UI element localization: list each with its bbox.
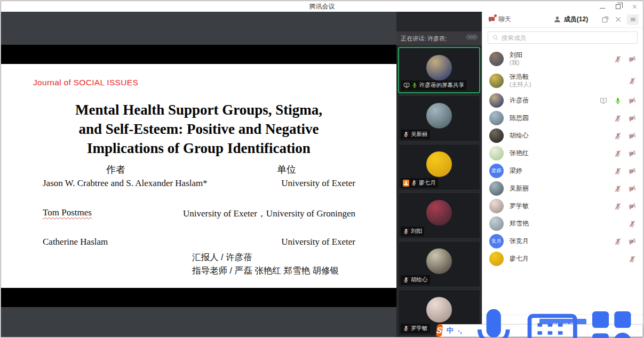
member-search-box: [488, 31, 638, 44]
ime-toolbox-icon[interactable]: [584, 303, 639, 338]
tile-participant-name: 刘阳: [411, 228, 422, 235]
author-row: Catherine HaslamUniversity of Exeter: [43, 237, 355, 248]
presenter-line: 汇报人 / 许彦蓓: [192, 251, 339, 264]
member-status-icons: [614, 203, 636, 210]
member-text: 刘阳(我): [510, 51, 522, 67]
ime-language-mode[interactable]: 中: [447, 326, 454, 335]
mic-muted-light-icon: [403, 131, 409, 138]
window-titlebar: 腾讯会议: [1, 1, 643, 12]
close-icon[interactable]: [631, 3, 638, 10]
person-icon: [553, 15, 561, 23]
mic-muted-icon: [629, 255, 636, 263]
member-avatar: [489, 252, 504, 266]
mic-muted-icon: [614, 185, 622, 192]
panel-menu-button[interactable]: [627, 14, 639, 25]
member-text: 张艳红: [510, 149, 529, 157]
close-panel-icon[interactable]: [614, 15, 622, 23]
minimize-icon[interactable]: [600, 5, 605, 9]
sogou-logo-icon[interactable]: S: [436, 324, 443, 337]
member-badge-icon: [403, 180, 409, 186]
participant-avatar: [426, 151, 452, 177]
member-avatar: [489, 93, 504, 108]
cam-off-icon: [629, 238, 636, 245]
search-input[interactable]: [502, 35, 633, 41]
slide-title: Mental Health Support Groups, Stigma, an…: [1, 100, 396, 158]
window-title: 腾讯会议: [309, 2, 335, 11]
member-name: 廖七月: [510, 255, 529, 263]
member-row[interactable]: 吴新丽: [489, 180, 636, 197]
member-text: 郑雪艳: [510, 220, 529, 228]
member-row[interactable]: 许彦蓓: [489, 92, 636, 109]
video-tile[interactable]: 吴新丽: [398, 95, 480, 142]
ime-punctuation-icon[interactable]: ·,: [458, 327, 462, 335]
member-row[interactable]: 刘阳(我): [489, 48, 636, 70]
member-name: 胡绘心: [510, 132, 529, 140]
participant-avatar: [426, 297, 452, 323]
member-status-icons: [614, 238, 636, 245]
member-row[interactable]: 张浩毅(主持人): [489, 70, 636, 92]
member-text: 胡绘心: [510, 132, 529, 140]
author-name: Jason W. Crabtree and S. Alexander Hasla…: [43, 178, 208, 190]
author-affiliation: University of Exeter: [281, 178, 355, 190]
member-status-icons: [629, 220, 636, 228]
cam-off-icon: [629, 150, 636, 157]
member-name: 陈思园: [510, 114, 529, 122]
member-avatar: [489, 199, 504, 213]
tile-name-label: 罗学敏: [401, 324, 430, 333]
restore-icon[interactable]: [616, 4, 621, 9]
member-row[interactable]: 梁婷梁婷: [489, 162, 636, 180]
member-avatar: [489, 181, 504, 196]
member-text: 张浩毅(主持人): [510, 73, 531, 88]
slide-title-line: and Self-Esteem: Positive and Negative: [1, 119, 396, 139]
tab-members[interactable]: 成员(12): [540, 12, 601, 27]
mic-muted-light-icon: [403, 228, 409, 235]
member-row[interactable]: 郑雪艳: [489, 215, 636, 232]
tile-name-label: 胡绘心: [401, 275, 430, 285]
presentation-slide: Journal of SOCIAL ISSUES Mental Health S…: [1, 64, 396, 288]
cam-off-icon: [629, 203, 636, 210]
ime-keyboard-icon[interactable]: [525, 303, 579, 338]
participant-avatar: [426, 55, 452, 81]
popout-panel-icon[interactable]: [601, 15, 609, 23]
member-list: 刘阳(我)张浩毅(主持人)许彦蓓陈思园胡绘心张艳红梁婷梁婷吴新丽罗学敏郑雪艳竞月…: [482, 47, 643, 315]
slide-title-line: Mental Health Support Groups, Stigma,: [1, 100, 396, 119]
member-avatar: [489, 146, 504, 160]
video-tile[interactable]: 胡绘心: [398, 241, 480, 287]
tile-name-label: 许彦蓓的屏幕共享: [401, 81, 466, 90]
member-avatar: [489, 216, 504, 231]
member-name: 张竞月: [510, 237, 529, 245]
member-row[interactable]: 罗学敏: [489, 197, 636, 215]
tab-chat[interactable]: 聊天: [482, 12, 540, 27]
member-status-icons: [614, 55, 636, 63]
cam-off-icon: [629, 132, 636, 140]
mic-muted-light-icon: [403, 277, 409, 283]
participant-avatar: [426, 248, 452, 274]
member-row[interactable]: 张艳红: [489, 144, 636, 162]
slide-title-line: Implications of Group Identification: [1, 139, 396, 158]
slide-letterbox-top: [1, 45, 396, 64]
member-status-icons: [614, 185, 636, 192]
mic-on-icon: [614, 97, 622, 104]
member-name: 刘阳: [510, 51, 522, 59]
member-avatar: [489, 111, 504, 125]
window-controls: [600, 1, 638, 12]
author-name: Catherine Haslam: [43, 237, 108, 248]
cam-off-icon: [629, 55, 636, 63]
member-row[interactable]: 胡绘心: [489, 127, 636, 144]
member-row[interactable]: 竞月张竞月: [489, 232, 636, 250]
author-row: Tom PostmesUniversity of Exeter，Universi…: [43, 207, 355, 219]
video-tile[interactable]: 刘阳: [398, 192, 480, 239]
member-row[interactable]: 陈思园: [489, 109, 636, 127]
ime-mic-icon[interactable]: [466, 303, 521, 338]
member-text: 罗学敏: [510, 202, 529, 210]
member-name: 郑雪艳: [510, 220, 529, 228]
member-row[interactable]: 廖七月: [489, 250, 636, 268]
cam-off-icon: [629, 97, 636, 104]
video-tile[interactable]: 廖七月: [398, 144, 480, 190]
advisor-line: 指导老师 / 严磊 张艳红 郑雪艳 胡修银: [192, 264, 339, 277]
screen-share-icon: [600, 97, 607, 104]
unread-badge: [494, 14, 497, 17]
main-area: Journal of SOCIAL ISSUES Mental Health S…: [1, 12, 643, 337]
author-affiliation: University of Exeter，University of Groni…: [183, 207, 355, 219]
video-tile[interactable]: 许彦蓓的屏幕共享: [398, 47, 480, 93]
